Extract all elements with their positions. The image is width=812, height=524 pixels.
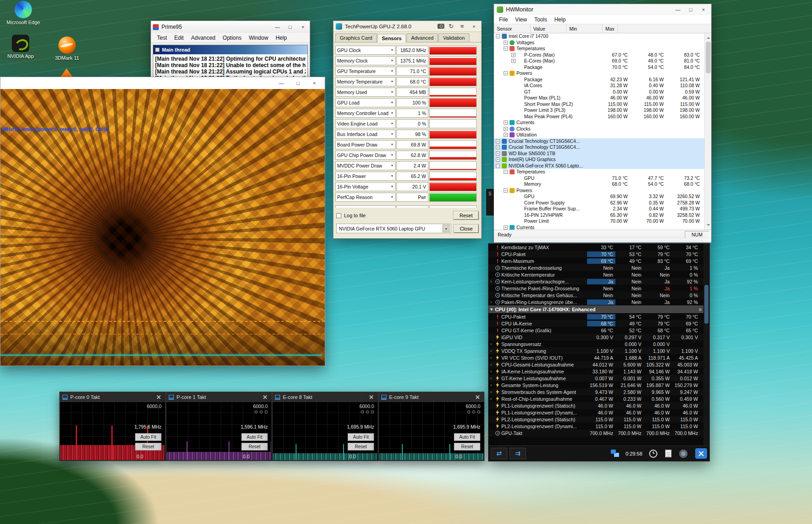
close-button[interactable]: Close <box>454 225 479 233</box>
sensor-tree-row[interactable]: Intel(R) UHD Graphics <box>494 157 711 163</box>
sensor-tree-row[interactable]: Intel Core i7 14700 <box>494 33 711 40</box>
tree-expand-icon[interactable] <box>504 47 508 51</box>
tree-expand-icon[interactable] <box>504 121 508 125</box>
sensor-row[interactable]: › CPU-Paket 70 °C 53 °C 79 °C 70 °C <box>489 251 703 257</box>
menu-item[interactable]: Tools <box>531 16 550 24</box>
sensor-tree-row[interactable]: NVIDIA GeForce RTX 5060 Lapto... <box>494 163 711 169</box>
tree-expand-icon[interactable] <box>511 53 515 57</box>
hwmonitor-titlebar[interactable]: HWMonitor — □ × <box>494 4 711 15</box>
settings-gear-icon[interactable] <box>679 450 687 458</box>
sensor-row[interactable]: › Kern-Leistungsverbrauchsgre... Ja Nein… <box>489 278 703 285</box>
tree-expand-icon[interactable] <box>504 127 508 131</box>
graph-toggle-icon[interactable]: › <box>489 299 494 304</box>
graph-titlebar[interactable]: P-core 1 Takt <box>166 392 271 402</box>
tree-expand-icon[interactable] <box>504 189 508 193</box>
graph-titlebar[interactable]: E-core 8 Takt <box>272 392 378 402</box>
sensor-tree-row[interactable]: P-Cores (Max) 67.0 °C 48.0 °C 83.0 °C <box>494 52 711 58</box>
sensor-name-dropdown[interactable]: GPU Load▼ <box>335 98 396 107</box>
reset-button[interactable]: Reset <box>454 443 480 451</box>
sensor-tree-row[interactable]: Package 42.23 W 6.16 W 121.41 W <box>494 77 711 83</box>
nav-forward-icon[interactable]: ⇉ <box>510 448 526 459</box>
minimize-icon[interactable]: — <box>276 80 286 86</box>
sensor-tree-row[interactable]: GPU 71.0 °C 47.7 °C 73.2 °C <box>494 175 711 182</box>
sensor-row[interactable]: › Gesamte System-Leistung 156.519 W 21.6… <box>489 382 703 388</box>
tree-expand-icon[interactable] <box>496 145 500 149</box>
menu-item[interactable]: Options <box>219 34 245 42</box>
sensor-tree-row[interactable]: Power Max (PL1) 46.00 W 46.00 W 46.00 W <box>494 95 711 101</box>
close-sensors-icon[interactable] <box>695 448 707 459</box>
sensor-row[interactable]: › GPU-Takt 700.0 MHz 700.0 MHz 700.0 MHz… <box>489 430 703 436</box>
sensor-name-dropdown[interactable]: MVDDC Power Draw▼ <box>335 161 396 170</box>
tree-expand-icon[interactable] <box>504 133 508 137</box>
vertical-scrollbar[interactable] <box>704 33 711 230</box>
refresh-icon[interactable]: ↻ <box>447 23 455 30</box>
scrollbar-thumb[interactable] <box>704 285 708 324</box>
graph-titlebar[interactable]: E-core 9 Takt <box>379 392 484 402</box>
nav-swap-icon[interactable]: ⇄ <box>491 448 507 459</box>
sensor-tree-row[interactable]: Core Power Supply 62.96 W 0.35 W 2758.28… <box>494 200 711 206</box>
sensor-tree-row[interactable]: Temperatures <box>494 169 711 175</box>
menu-item[interactable]: File <box>496 16 511 24</box>
sensor-tree-row[interactable]: WD Blue SN5000 1TB <box>494 151 711 157</box>
sensor-row[interactable]: › CPU-Paket 70 °C 54 °C 79 °C 70 °C <box>489 313 703 320</box>
sensor-tree-row[interactable]: Memory 68.0 °C 54.0 °C 68.0 °C <box>494 181 711 188</box>
graph-toggle-icon[interactable]: › <box>489 348 494 353</box>
desktop-icon[interactable]: 3DMark 11 <box>47 37 87 61</box>
sensor-tree-row[interactable]: Crucial Technology CT16G56C4... <box>494 144 711 151</box>
close-icon[interactable] <box>474 393 481 401</box>
sensor-tree-row[interactable]: E-Cores (Max) 69.0 °C 49.0 °C 81.0 °C <box>494 58 711 64</box>
close-icon[interactable]: × <box>469 24 479 29</box>
sensor-name-dropdown[interactable]: 16-Pin Power▼ <box>335 172 396 181</box>
sensor-tree-row[interactable]: Crucial Technology CT16G56C4... <box>494 138 711 145</box>
close-icon[interactable] <box>155 393 162 401</box>
group-menu-icon[interactable]: ≡ <box>699 307 702 312</box>
sensor-name-dropdown[interactable]: Bus Interface Load▼ <box>335 130 396 139</box>
sensor-row[interactable]: › Thermische Kerndrosselung Nein Nein Ja… <box>489 264 703 271</box>
auto-fit-button[interactable]: Auto Fit <box>241 433 268 441</box>
prime95-titlebar[interactable]: Prime95 — □ × <box>151 21 310 33</box>
graph-toggle-icon[interactable]: › <box>489 389 494 394</box>
minimize-icon[interactable]: — <box>673 7 683 12</box>
sensor-tree-row[interactable]: Currents <box>494 120 711 126</box>
sensor-name-dropdown[interactable]: GPU Temperature▼ <box>335 67 396 76</box>
sensor-tree-row[interactable]: Package 70.0 °C 54.0 °C 84.0 °C <box>494 64 711 71</box>
minimize-icon[interactable]: — <box>272 24 282 30</box>
desktop-icon[interactable]: Microsoft Edge <box>4 1 43 25</box>
scrollbar-thumb[interactable] <box>706 42 711 73</box>
menu-item[interactable]: Help <box>551 16 569 24</box>
sensor-name-dropdown[interactable]: GPU Chip Power Draw▼ <box>335 151 396 160</box>
sensor-tree-row[interactable]: Currents <box>494 225 711 230</box>
sensor-tree-row[interactable]: Temperatures <box>494 46 711 52</box>
desktop-icon[interactable]: NVIDIA App <box>1 35 40 59</box>
screenshot-camera-icon[interactable] <box>437 24 444 29</box>
tree-expand-icon[interactable] <box>504 170 508 174</box>
sensor-name-dropdown[interactable]: 16-Pin Voltage▼ <box>335 182 396 191</box>
graph-toggle-icon[interactable]: › <box>489 383 494 388</box>
sensor-row[interactable]: › iGPU VID 0.300 V 0.297 V 0.317 V 0.301… <box>489 334 703 341</box>
sensor-row[interactable]: › CPU IA-Kerne 68 °C 49 °C 79 °C 69 °C <box>489 320 703 327</box>
menu-item[interactable]: View <box>512 16 530 24</box>
sensor-row[interactable]: › Kern-Maximum 69 °C 49 °C 83 °C 69 °C <box>489 257 703 264</box>
tab[interactable]: Advanced <box>406 33 438 42</box>
sensor-tree-row[interactable]: GT 0.00 W 0.00 W 0.59 W <box>494 89 711 95</box>
sensor-name-dropdown[interactable]: Memory Controller Load▼ <box>335 109 396 118</box>
graph-titlebar[interactable]: P-core 0 Takt <box>60 392 165 402</box>
tree-expand-icon[interactable] <box>496 164 500 168</box>
sensor-name-dropdown[interactable]: Memory Used▼ <box>335 88 396 97</box>
sensor-row[interactable]: › PL2-Leistungsgrenzwert (Dynami... 115.… <box>489 423 703 430</box>
sensor-tree-row[interactable]: Voltages <box>494 40 711 46</box>
sensor-row[interactable]: › VDDQ TX Spannung 1.100 V 1.100 V 1.100… <box>489 347 703 354</box>
sensor-name-dropdown[interactable]: GPU Clock▼ <box>335 46 396 55</box>
log-to-file-checkbox[interactable] <box>336 213 341 218</box>
column-header[interactable]: Sensor <box>494 24 531 33</box>
sensor-row[interactable]: › GT-Kerne Leistungsaufnahme 0.007 W 0.0… <box>489 375 703 382</box>
menu-item[interactable]: Edit <box>171 34 187 42</box>
graph-toggle-icon[interactable]: › <box>489 341 494 346</box>
sensor-tree-row[interactable]: Powers <box>494 70 711 77</box>
sensor-row[interactable]: › PL1-Leistungsgrenzwert (Statisch) 46.0… <box>489 402 703 409</box>
sensor-row[interactable]: › Spannungsversatz 0.000 V 0.000 V <box>489 341 703 347</box>
sensor-row[interactable]: › Stromverbrauch des System Agent 9.473 … <box>489 388 703 395</box>
tree-expand-icon[interactable] <box>496 34 500 38</box>
menu-item[interactable]: Advanced <box>188 34 219 42</box>
tree-expand-icon[interactable] <box>504 41 508 45</box>
